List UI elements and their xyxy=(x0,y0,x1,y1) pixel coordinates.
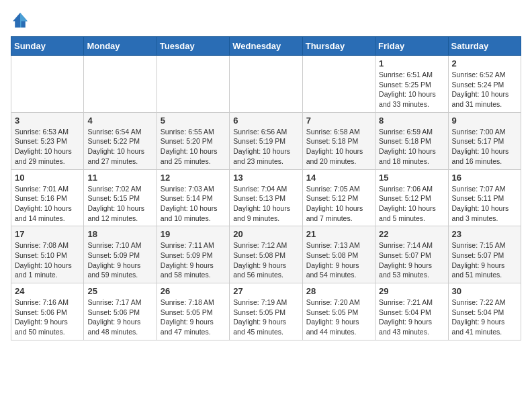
day-number: 14 xyxy=(306,173,371,183)
day-number: 13 xyxy=(233,173,298,183)
calendar-header-tuesday: Tuesday xyxy=(157,37,229,56)
day-number: 10 xyxy=(15,173,80,183)
logo xyxy=(11,11,32,30)
page-header xyxy=(11,11,521,30)
calendar-cell: 16Sunrise: 7:07 AM Sunset: 5:11 PM Dayli… xyxy=(448,169,521,226)
day-number: 19 xyxy=(161,229,226,239)
calendar-header-friday: Friday xyxy=(375,37,448,56)
day-info: Sunrise: 6:54 AM Sunset: 5:22 PM Dayligh… xyxy=(87,127,152,167)
day-number: 4 xyxy=(87,116,152,126)
day-info: Sunrise: 7:06 AM Sunset: 5:12 PM Dayligh… xyxy=(379,184,444,224)
calendar-header-row: SundayMondayTuesdayWednesdayThursdayFrid… xyxy=(11,37,521,56)
day-info: Sunrise: 6:58 AM Sunset: 5:18 PM Dayligh… xyxy=(306,127,371,167)
day-info: Sunrise: 6:53 AM Sunset: 5:23 PM Dayligh… xyxy=(15,127,80,167)
calendar-cell xyxy=(11,56,84,113)
day-number: 9 xyxy=(452,116,517,126)
calendar-cell: 27Sunrise: 7:19 AM Sunset: 5:05 PM Dayli… xyxy=(230,283,302,340)
calendar-cell: 6Sunrise: 6:56 AM Sunset: 5:19 PM Daylig… xyxy=(230,112,302,169)
calendar-cell: 29Sunrise: 7:21 AM Sunset: 5:04 PM Dayli… xyxy=(375,283,448,340)
day-number: 15 xyxy=(379,173,444,183)
day-info: Sunrise: 7:14 AM Sunset: 5:07 PM Dayligh… xyxy=(379,240,444,280)
day-info: Sunrise: 6:55 AM Sunset: 5:20 PM Dayligh… xyxy=(161,127,226,167)
day-info: Sunrise: 7:04 AM Sunset: 5:13 PM Dayligh… xyxy=(233,184,298,224)
day-info: Sunrise: 7:01 AM Sunset: 5:16 PM Dayligh… xyxy=(15,184,80,224)
calendar-cell: 20Sunrise: 7:12 AM Sunset: 5:08 PM Dayli… xyxy=(230,226,302,283)
calendar-cell: 26Sunrise: 7:18 AM Sunset: 5:05 PM Dayli… xyxy=(157,283,229,340)
day-info: Sunrise: 7:21 AM Sunset: 5:04 PM Dayligh… xyxy=(379,298,444,337)
calendar-cell: 21Sunrise: 7:13 AM Sunset: 5:08 PM Dayli… xyxy=(302,226,375,283)
calendar-cell: 14Sunrise: 7:05 AM Sunset: 5:12 PM Dayli… xyxy=(302,169,375,226)
day-info: Sunrise: 7:20 AM Sunset: 5:05 PM Dayligh… xyxy=(306,298,371,337)
calendar-cell: 17Sunrise: 7:08 AM Sunset: 5:10 PM Dayli… xyxy=(11,226,84,283)
calendar-cell: 12Sunrise: 7:03 AM Sunset: 5:14 PM Dayli… xyxy=(157,169,229,226)
calendar-cell: 24Sunrise: 7:16 AM Sunset: 5:06 PM Dayli… xyxy=(11,283,84,340)
day-number: 24 xyxy=(15,286,80,296)
day-info: Sunrise: 7:10 AM Sunset: 5:09 PM Dayligh… xyxy=(87,240,152,280)
day-info: Sunrise: 7:18 AM Sunset: 5:05 PM Dayligh… xyxy=(161,298,226,337)
calendar-cell: 10Sunrise: 7:01 AM Sunset: 5:16 PM Dayli… xyxy=(11,169,84,226)
calendar-cell: 22Sunrise: 7:14 AM Sunset: 5:07 PM Dayli… xyxy=(375,226,448,283)
day-number: 29 xyxy=(379,286,444,296)
calendar-cell: 28Sunrise: 7:20 AM Sunset: 5:05 PM Dayli… xyxy=(302,283,375,340)
calendar-cell: 1Sunrise: 6:51 AM Sunset: 5:25 PM Daylig… xyxy=(375,56,448,113)
day-number: 18 xyxy=(87,229,152,239)
calendar-cell xyxy=(230,56,302,113)
calendar-week-row: 24Sunrise: 7:16 AM Sunset: 5:06 PM Dayli… xyxy=(11,283,521,340)
day-info: Sunrise: 7:07 AM Sunset: 5:11 PM Dayligh… xyxy=(452,184,517,224)
day-number: 21 xyxy=(306,229,371,239)
day-number: 12 xyxy=(161,173,226,183)
day-number: 30 xyxy=(452,286,517,296)
day-number: 26 xyxy=(161,286,226,296)
day-info: Sunrise: 7:13 AM Sunset: 5:08 PM Dayligh… xyxy=(306,240,371,280)
logo-icon xyxy=(11,11,30,30)
day-info: Sunrise: 6:56 AM Sunset: 5:19 PM Dayligh… xyxy=(233,127,298,167)
calendar-table: SundayMondayTuesdayWednesdayThursdayFrid… xyxy=(11,36,521,340)
calendar-header-sunday: Sunday xyxy=(11,37,84,56)
day-info: Sunrise: 7:22 AM Sunset: 5:04 PM Dayligh… xyxy=(452,298,517,337)
day-number: 3 xyxy=(15,116,80,126)
calendar-cell xyxy=(84,56,157,113)
day-info: Sunrise: 7:16 AM Sunset: 5:06 PM Dayligh… xyxy=(15,298,80,337)
day-number: 20 xyxy=(233,229,298,239)
day-info: Sunrise: 7:15 AM Sunset: 5:07 PM Dayligh… xyxy=(452,240,517,280)
calendar-cell: 11Sunrise: 7:02 AM Sunset: 5:15 PM Dayli… xyxy=(84,169,157,226)
calendar-header-saturday: Saturday xyxy=(448,37,521,56)
day-info: Sunrise: 7:08 AM Sunset: 5:10 PM Dayligh… xyxy=(15,240,80,280)
calendar-cell: 9Sunrise: 7:00 AM Sunset: 5:17 PM Daylig… xyxy=(448,112,521,169)
calendar-week-row: 17Sunrise: 7:08 AM Sunset: 5:10 PM Dayli… xyxy=(11,226,521,283)
day-info: Sunrise: 7:02 AM Sunset: 5:15 PM Dayligh… xyxy=(87,184,152,224)
day-number: 6 xyxy=(233,116,298,126)
day-number: 23 xyxy=(452,229,517,239)
calendar-header-wednesday: Wednesday xyxy=(230,37,302,56)
day-info: Sunrise: 7:11 AM Sunset: 5:09 PM Dayligh… xyxy=(161,240,226,280)
day-number: 27 xyxy=(233,286,298,296)
day-number: 11 xyxy=(87,173,152,183)
calendar-week-row: 1Sunrise: 6:51 AM Sunset: 5:25 PM Daylig… xyxy=(11,56,521,113)
day-info: Sunrise: 6:51 AM Sunset: 5:25 PM Dayligh… xyxy=(379,70,444,109)
day-number: 16 xyxy=(452,173,517,183)
day-number: 17 xyxy=(15,229,80,239)
calendar-cell: 25Sunrise: 7:17 AM Sunset: 5:06 PM Dayli… xyxy=(84,283,157,340)
calendar-week-row: 3Sunrise: 6:53 AM Sunset: 5:23 PM Daylig… xyxy=(11,112,521,169)
day-number: 1 xyxy=(379,58,444,68)
calendar-cell: 2Sunrise: 6:52 AM Sunset: 5:24 PM Daylig… xyxy=(448,56,521,113)
day-info: Sunrise: 7:00 AM Sunset: 5:17 PM Dayligh… xyxy=(452,127,517,167)
day-info: Sunrise: 7:17 AM Sunset: 5:06 PM Dayligh… xyxy=(87,298,152,337)
day-info: Sunrise: 7:05 AM Sunset: 5:12 PM Dayligh… xyxy=(306,184,371,224)
day-number: 2 xyxy=(452,58,517,68)
calendar-cell: 4Sunrise: 6:54 AM Sunset: 5:22 PM Daylig… xyxy=(84,112,157,169)
calendar-cell xyxy=(302,56,375,113)
day-number: 22 xyxy=(379,229,444,239)
calendar-cell: 23Sunrise: 7:15 AM Sunset: 5:07 PM Dayli… xyxy=(448,226,521,283)
calendar-cell: 19Sunrise: 7:11 AM Sunset: 5:09 PM Dayli… xyxy=(157,226,229,283)
day-info: Sunrise: 7:03 AM Sunset: 5:14 PM Dayligh… xyxy=(161,184,226,224)
calendar-cell: 5Sunrise: 6:55 AM Sunset: 5:20 PM Daylig… xyxy=(157,112,229,169)
calendar-cell: 3Sunrise: 6:53 AM Sunset: 5:23 PM Daylig… xyxy=(11,112,84,169)
day-info: Sunrise: 7:19 AM Sunset: 5:05 PM Dayligh… xyxy=(233,298,298,337)
day-info: Sunrise: 7:12 AM Sunset: 5:08 PM Dayligh… xyxy=(233,240,298,280)
calendar-cell: 7Sunrise: 6:58 AM Sunset: 5:18 PM Daylig… xyxy=(302,112,375,169)
day-number: 5 xyxy=(161,116,226,126)
day-number: 7 xyxy=(306,116,371,126)
calendar-cell: 13Sunrise: 7:04 AM Sunset: 5:13 PM Dayli… xyxy=(230,169,302,226)
day-number: 8 xyxy=(379,116,444,126)
